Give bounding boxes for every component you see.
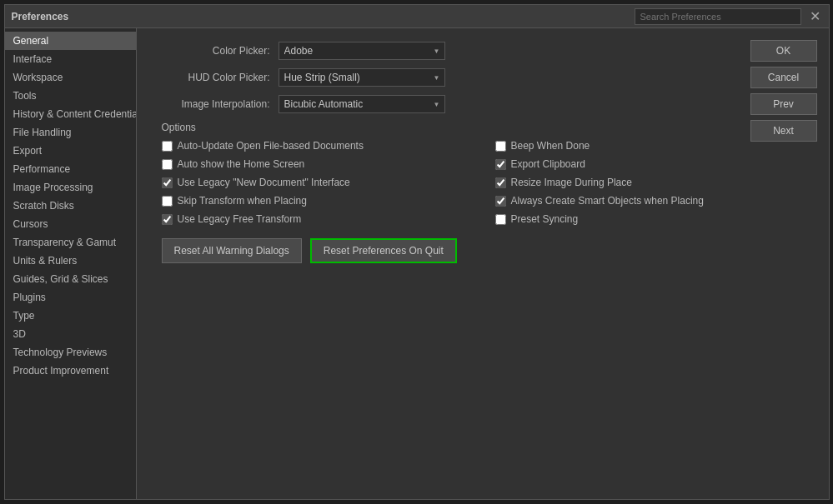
dialog-title: Preferences xyxy=(12,11,69,22)
sidebar: General Interface Workspace Tools Histor… xyxy=(5,28,137,499)
hud-color-picker-label: HUD Color Picker: xyxy=(153,72,270,83)
checkbox-legacy-interface-label: Use Legacy "New Document" Interface xyxy=(178,177,350,188)
checkbox-home-screen[interactable]: Auto show the Home Screen xyxy=(162,158,479,170)
title-bar: Preferences ✕ xyxy=(5,5,829,28)
checkbox-export-clipboard[interactable]: Export Clipboard xyxy=(495,158,812,170)
sidebar-item-scratch-disks[interactable]: Scratch Disks xyxy=(5,197,136,215)
sidebar-item-plugins[interactable]: Plugins xyxy=(5,288,136,307)
checkbox-resize-place-label: Resize Image During Place xyxy=(511,177,632,188)
sidebar-item-image-processing[interactable]: Image Processing xyxy=(5,178,136,197)
sidebar-item-general[interactable]: General xyxy=(5,32,136,50)
checkbox-home-screen-input[interactable] xyxy=(162,159,173,170)
preferences-dialog: Preferences ✕ General Interface Workspac… xyxy=(4,4,830,500)
action-buttons: Reset All Warning Dialogs Reset Preferen… xyxy=(162,238,812,263)
checkbox-resize-place-input[interactable] xyxy=(495,177,506,188)
search-input[interactable] xyxy=(635,8,801,25)
image-interpolation-select[interactable]: Bicubic Automatic xyxy=(279,95,445,113)
title-bar-right: ✕ xyxy=(635,8,822,25)
sidebar-item-units[interactable]: Units & Rulers xyxy=(5,252,136,270)
checkbox-legacy-interface-input[interactable] xyxy=(162,177,173,188)
checkbox-preset-syncing-input[interactable] xyxy=(495,214,506,225)
hud-color-picker-row: HUD Color Picker: Hue Strip (Small) xyxy=(153,68,812,87)
checkbox-export-clipboard-input[interactable] xyxy=(495,159,506,170)
checkbox-beep-input[interactable] xyxy=(495,141,506,152)
checkbox-skip-transform-label: Skip Transform when Placing xyxy=(178,195,307,207)
sidebar-item-tech-previews[interactable]: Technology Previews xyxy=(5,343,136,362)
sidebar-item-cursors[interactable]: Cursors xyxy=(5,215,136,233)
sidebar-item-tools[interactable]: Tools xyxy=(5,87,136,105)
sidebar-item-workspace[interactable]: Workspace xyxy=(5,68,136,87)
checkbox-preset-syncing-label: Preset Syncing xyxy=(511,213,579,225)
sidebar-item-export[interactable]: Export xyxy=(5,142,136,160)
options-checkboxes: Auto-Update Open File-based Documents Be… xyxy=(162,140,812,225)
sidebar-item-file-handling[interactable]: File Handling xyxy=(5,123,136,142)
image-interpolation-select-wrapper: Bicubic Automatic xyxy=(279,95,445,113)
checkbox-smart-objects[interactable]: Always Create Smart Objects when Placing xyxy=(495,195,812,207)
image-interpolation-row: Image Interpolation: Bicubic Automatic xyxy=(153,95,812,113)
sidebar-item-3d[interactable]: 3D xyxy=(5,325,136,343)
color-picker-select[interactable]: Adobe xyxy=(279,42,445,60)
checkbox-legacy-transform-label: Use Legacy Free Transform xyxy=(178,213,302,225)
checkbox-resize-place[interactable]: Resize Image During Place xyxy=(495,177,812,188)
content-area: General Interface Workspace Tools Histor… xyxy=(5,28,829,499)
sidebar-item-interface[interactable]: Interface xyxy=(5,50,136,68)
checkbox-legacy-transform[interactable]: Use Legacy Free Transform xyxy=(162,213,479,225)
ok-button[interactable]: OK xyxy=(750,40,817,62)
sidebar-item-performance[interactable]: Performance xyxy=(5,160,136,178)
image-interpolation-label: Image Interpolation: xyxy=(153,98,270,110)
sidebar-item-transparency[interactable]: Transparency & Gamut xyxy=(5,233,136,252)
cancel-button[interactable]: Cancel xyxy=(750,67,817,88)
sidebar-item-history[interactable]: History & Content Credentials xyxy=(5,105,136,123)
reset-warnings-button[interactable]: Reset All Warning Dialogs xyxy=(162,238,302,263)
main-content: OK Cancel Prev Next Color Picker: Adobe … xyxy=(137,28,829,499)
checkbox-beep[interactable]: Beep When Done xyxy=(495,140,812,152)
hud-color-picker-select[interactable]: Hue Strip (Small) xyxy=(279,68,445,87)
color-picker-row: Color Picker: Adobe xyxy=(153,42,812,60)
sidebar-item-guides[interactable]: Guides, Grid & Slices xyxy=(5,270,136,288)
next-button[interactable]: Next xyxy=(750,120,817,142)
checkbox-legacy-interface[interactable]: Use Legacy "New Document" Interface xyxy=(162,177,479,188)
color-picker-select-wrapper: Adobe xyxy=(279,42,445,60)
checkbox-home-screen-label: Auto show the Home Screen xyxy=(178,158,305,170)
checkbox-beep-label: Beep When Done xyxy=(511,140,590,152)
dialog-buttons: OK Cancel Prev Next xyxy=(750,40,817,142)
hud-color-picker-select-wrapper: Hue Strip (Small) xyxy=(279,68,445,87)
options-label: Options xyxy=(162,122,812,133)
checkbox-legacy-transform-input[interactable] xyxy=(162,214,173,225)
checkbox-export-clipboard-label: Export Clipboard xyxy=(511,158,585,170)
reset-preferences-button[interactable]: Reset Preferences On Quit xyxy=(310,238,457,263)
checkbox-auto-update[interactable]: Auto-Update Open File-based Documents xyxy=(162,140,479,152)
checkbox-auto-update-label: Auto-Update Open File-based Documents xyxy=(178,140,364,152)
color-picker-label: Color Picker: xyxy=(153,45,270,57)
close-button[interactable]: ✕ xyxy=(808,10,822,23)
checkbox-preset-syncing[interactable]: Preset Syncing xyxy=(495,213,812,225)
prev-button[interactable]: Prev xyxy=(750,93,817,115)
checkbox-auto-update-input[interactable] xyxy=(162,141,173,152)
sidebar-item-type[interactable]: Type xyxy=(5,307,136,325)
checkbox-skip-transform[interactable]: Skip Transform when Placing xyxy=(162,195,479,207)
checkbox-smart-objects-label: Always Create Smart Objects when Placing xyxy=(511,195,704,207)
checkbox-skip-transform-input[interactable] xyxy=(162,196,173,207)
checkbox-smart-objects-input[interactable] xyxy=(495,196,506,207)
sidebar-item-product-improvement[interactable]: Product Improvement xyxy=(5,362,136,380)
